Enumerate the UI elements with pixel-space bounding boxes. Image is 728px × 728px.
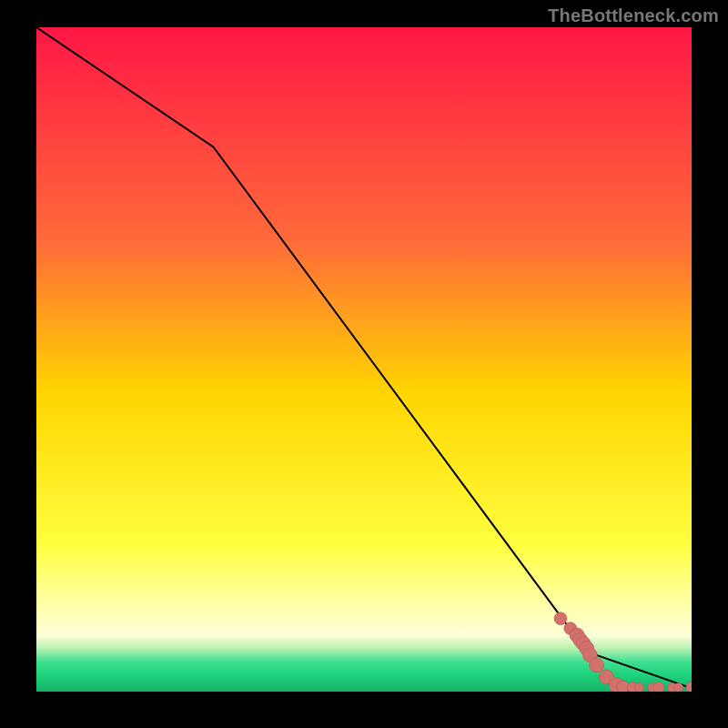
chart-root: TheBottleneck.com xyxy=(0,0,728,728)
attribution-watermark: TheBottleneck.com xyxy=(548,5,719,26)
data-point xyxy=(554,612,567,625)
gradient-background xyxy=(36,27,692,692)
chart-svg xyxy=(36,27,692,692)
data-point xyxy=(634,683,643,692)
data-point xyxy=(590,658,604,672)
data-point xyxy=(674,683,683,692)
plot-area xyxy=(36,27,692,692)
data-point xyxy=(653,682,664,692)
